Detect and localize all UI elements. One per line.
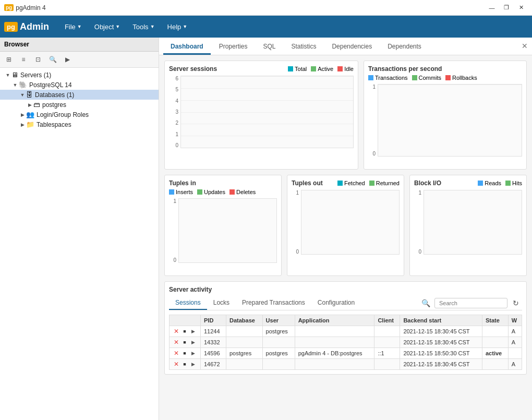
menu-object[interactable]: Object ▼: [89, 20, 126, 34]
block-io-plot: [424, 190, 522, 255]
state-1: [482, 326, 508, 337]
col-user: User: [262, 315, 295, 326]
database-2: [226, 337, 263, 348]
table-row: ✕ ■ ▶ 11244 postgres 2021: [170, 326, 522, 337]
backend-start-3: 2021-12-15 18:50:30 CST: [400, 348, 482, 359]
tab-sql[interactable]: SQL: [256, 40, 283, 55]
stop-button-3[interactable]: ✕: [173, 350, 180, 357]
search-input[interactable]: [434, 298, 507, 308]
pid-2: 14332: [201, 337, 226, 348]
logo-text: Admin: [20, 21, 49, 32]
user-1: postgres: [262, 326, 295, 337]
roles-toggle[interactable]: ▶: [19, 112, 26, 117]
block-io-header: Block I/O Reads Hits: [414, 179, 522, 187]
activity-tab-locks[interactable]: Locks: [207, 296, 236, 310]
expand-button-2[interactable]: ▶: [189, 339, 197, 346]
legend-fetched: Fetched: [337, 180, 365, 186]
w-4: A: [508, 359, 522, 370]
tree-item-roles[interactable]: ▶ 👥 Login/Group Roles: [0, 110, 159, 119]
tree-item-pg14[interactable]: ▼ 🐘 PostgreSQL 14: [0, 80, 159, 90]
tab-dependents[interactable]: Dependents: [380, 40, 429, 55]
stop-button-2[interactable]: ✕: [173, 339, 180, 346]
search-tool-button[interactable]: 🔍: [46, 53, 59, 66]
pid-3: 14596: [201, 348, 226, 359]
legend-total-dot: [288, 66, 293, 71]
title-logo: pg: [4, 4, 14, 11]
postgres-toggle[interactable]: ▶: [26, 102, 33, 107]
activity-tab-prepared[interactable]: Prepared Transactions: [236, 296, 311, 310]
title-text: pgAdmin 4: [16, 4, 485, 11]
menu-bar: pg Admin File ▼ Object ▼ Tools ▼ Help ▼: [0, 16, 532, 38]
tuples-out-legend: Fetched Returned: [337, 180, 400, 186]
legend-rollbacks: Rollbacks: [445, 75, 477, 81]
tab-dependencies[interactable]: Dependencies: [324, 40, 379, 55]
sql-tool-button[interactable]: ⊡: [31, 53, 45, 66]
servers-icon: 🖥: [11, 71, 18, 79]
tree-item-tablespaces[interactable]: ▶ 📁 Tablespaces: [0, 119, 159, 129]
col-w: W: [508, 315, 522, 326]
block-button-3[interactable]: ■: [181, 350, 188, 357]
menu-help[interactable]: Help ▼: [162, 20, 193, 34]
menu-tools[interactable]: Tools ▼: [127, 20, 160, 34]
tab-statistics[interactable]: Statistics: [284, 40, 323, 55]
block-button-2[interactable]: ■: [181, 339, 188, 346]
legend-reads: Reads: [478, 180, 501, 186]
servers-toggle[interactable]: ▼: [4, 73, 11, 78]
file-arrow: ▼: [77, 24, 82, 29]
tuples-in-legend: Inserts Updates Deletes: [169, 189, 256, 195]
pid-4: 14672: [201, 359, 226, 370]
expand-button-3[interactable]: ▶: [189, 350, 197, 357]
tab-properties[interactable]: Properties: [212, 40, 255, 55]
menu-file[interactable]: File ▼: [59, 20, 87, 34]
window-controls: — ❐ ✕: [485, 3, 528, 13]
table-row: ✕ ■ ▶ 14672 2021-12-15 1: [170, 359, 522, 370]
legend-transactions-dot: [368, 75, 373, 80]
tree-item-servers[interactable]: ▼ 🖥 Servers (1): [0, 70, 159, 80]
logo-box: pg: [4, 22, 18, 32]
grid-line-1: [181, 76, 353, 77]
block-button-4[interactable]: ■: [181, 361, 188, 368]
server-sessions-plot: [180, 76, 354, 148]
search-icon-button[interactable]: 🔍: [419, 298, 432, 308]
tab-close-button[interactable]: ✕: [517, 40, 532, 55]
properties-tool-button[interactable]: ⊞: [2, 53, 16, 66]
legend-active-dot: [311, 66, 316, 71]
application-1: [295, 326, 374, 337]
tuples-in-title: Tuples in: [169, 179, 196, 187]
block-io-title: Block I/O: [414, 179, 441, 187]
refresh-button[interactable]: ↻: [510, 298, 522, 308]
legend-idle: Idle: [337, 66, 354, 72]
pg14-toggle[interactable]: ▼: [11, 82, 19, 88]
databases-toggle[interactable]: ▼: [19, 92, 26, 98]
statistics-tool-button[interactable]: ≡: [17, 53, 30, 66]
tree-item-databases[interactable]: ▼ 🗄 Databases (1): [0, 90, 159, 100]
legend-transactions: Transactions: [368, 75, 408, 81]
col-backend-start: Backend start: [400, 315, 482, 326]
tablespaces-toggle[interactable]: ▶: [19, 122, 26, 127]
table-header-row: PID Database User Application Client Bac…: [170, 315, 522, 326]
tuples-in-body: 10: [169, 198, 277, 271]
tree-item-postgres[interactable]: ▶ 🗃 postgres: [0, 100, 159, 110]
legend-reads-dot: [478, 181, 483, 186]
block-button-1[interactable]: ■: [181, 328, 188, 335]
row-controls-2: ✕ ■ ▶: [170, 337, 201, 348]
minimize-button[interactable]: —: [485, 3, 499, 13]
legend-hits-dot: [505, 181, 511, 186]
tablespaces-icon: 📁: [26, 121, 34, 128]
stop-button-4[interactable]: ✕: [173, 361, 180, 368]
content-area: Dashboard Properties SQL Statistics Depe…: [159, 38, 532, 420]
legend-commits-dot: [412, 75, 417, 80]
row-controls-1: ✕ ■ ▶: [170, 326, 201, 337]
close-button[interactable]: ✕: [514, 3, 528, 13]
stop-button-1[interactable]: ✕: [173, 328, 180, 335]
activity-tab-configuration[interactable]: Configuration: [311, 296, 361, 310]
user-4: [262, 359, 295, 370]
expand-button-4[interactable]: ▶: [189, 361, 197, 368]
activity-title: Server activity: [169, 286, 522, 293]
activity-tab-sessions[interactable]: Sessions: [169, 296, 207, 310]
restore-button[interactable]: ❐: [500, 3, 513, 13]
activity-search-area: 🔍 ↻: [419, 298, 522, 308]
expand-button-1[interactable]: ▶: [189, 328, 197, 335]
tab-dashboard[interactable]: Dashboard: [163, 40, 211, 55]
query-tool-button[interactable]: ▶: [61, 53, 74, 66]
